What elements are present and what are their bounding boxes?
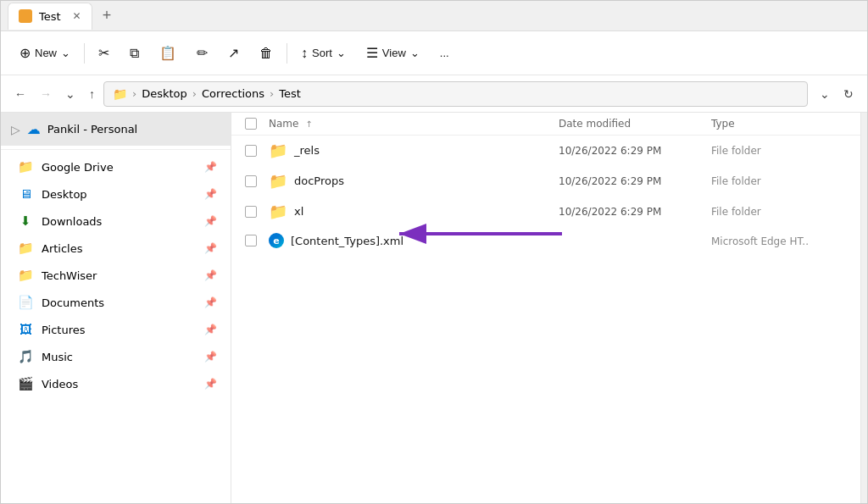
folder-icon-docprops: 📁 bbox=[269, 172, 287, 190]
active-tab[interactable]: Test ✕ bbox=[8, 3, 92, 30]
table-row[interactable]: e [Content_Types].xml Microsoft Edge HT.… bbox=[231, 227, 860, 255]
view-button[interactable]: ☰ View ⌄ bbox=[358, 38, 428, 69]
tab-close-button[interactable]: ✕ bbox=[73, 10, 81, 22]
folder-icon-rels: 📁 bbox=[269, 141, 287, 159]
forward-button[interactable]: → bbox=[35, 82, 57, 106]
downloads-icon: ⬇ bbox=[18, 213, 33, 229]
back-button[interactable]: ← bbox=[9, 82, 31, 106]
main-layout: ▷ ☁ Pankil - Personal 📁 Google Drive 📌 🖥… bbox=[1, 113, 867, 504]
copy-button[interactable]: ⧉ bbox=[121, 38, 147, 69]
up-button[interactable]: ↑ bbox=[84, 82, 100, 106]
delete-button[interactable]: 🗑 bbox=[251, 38, 281, 69]
sidebar-item-google-drive[interactable]: 📁 Google Drive 📌 bbox=[1, 153, 231, 180]
sidebar-divider-1 bbox=[1, 149, 231, 150]
sidebar-item-articles[interactable]: 📁 Articles 📌 bbox=[1, 235, 231, 262]
type-rels: File folder bbox=[711, 145, 761, 157]
sidebar-label-techwiser: TechWiser bbox=[42, 269, 196, 282]
type-xl: File folder bbox=[711, 206, 761, 218]
breadcrumb-desktop[interactable]: Desktop bbox=[142, 87, 187, 100]
sidebar-account-header[interactable]: ▷ ☁ Pankil - Personal bbox=[1, 113, 231, 146]
rename-button[interactable]: ✏ bbox=[188, 38, 216, 69]
breadcrumb-test[interactable]: Test bbox=[279, 87, 301, 100]
breadcrumb-sep-3: › bbox=[270, 87, 274, 100]
filename-docprops: docProps bbox=[294, 174, 344, 187]
new-label: New bbox=[35, 47, 57, 59]
row-checkbox-docprops[interactable] bbox=[245, 175, 257, 187]
pin-icon-downloads: 📌 bbox=[204, 215, 217, 227]
pin-icon-desktop: 📌 bbox=[204, 188, 217, 200]
pin-icon-techwiser: 📌 bbox=[204, 269, 217, 281]
sidebar: ▷ ☁ Pankil - Personal 📁 Google Drive 📌 🖥… bbox=[1, 113, 231, 504]
refresh-button[interactable]: ↻ bbox=[838, 82, 859, 106]
table-row[interactable]: 📁 xl 10/26/2022 6:29 PM File folder bbox=[231, 197, 860, 227]
sidebar-item-desktop[interactable]: 🖥 Desktop 📌 bbox=[1, 180, 231, 208]
sort-chevron-icon: ⌄ bbox=[337, 47, 346, 59]
new-tab-button[interactable]: + bbox=[96, 3, 119, 28]
filename-rels: _rels bbox=[294, 144, 320, 157]
toolbar: ⊕ New ⌄ ✂ ⧉ 📋 ✏ ↗ 🗑 ↕ Sort ⌄ ☰ View ⌄ ..… bbox=[1, 31, 867, 75]
paste-icon: 📋 bbox=[159, 45, 176, 61]
col-type-label: Type bbox=[711, 118, 735, 130]
new-chevron-icon: ⌄ bbox=[61, 47, 70, 59]
cloud-icon: ☁ bbox=[27, 121, 41, 137]
folder-icon-xl: 📁 bbox=[269, 202, 287, 220]
sidebar-item-documents[interactable]: 📄 Documents 📌 bbox=[1, 289, 231, 316]
sidebar-item-music[interactable]: 🎵 Music 📌 bbox=[1, 343, 231, 370]
sidebar-label-documents: Documents bbox=[42, 296, 196, 309]
address-right: ⌄ ↻ bbox=[815, 82, 859, 106]
new-button[interactable]: ⊕ New ⌄ bbox=[11, 38, 79, 69]
table-row[interactable]: 📁 docProps 10/26/2022 6:29 PM File folde… bbox=[231, 166, 860, 197]
row-checkbox-xl[interactable] bbox=[245, 206, 257, 218]
nav-bar: ← → ⌄ ↑ 📁 › Desktop › Corrections › Test… bbox=[1, 75, 867, 113]
address-dropdown-button[interactable]: ⌄ bbox=[815, 82, 835, 106]
copy-icon: ⧉ bbox=[130, 46, 139, 61]
pin-icon-articles: 📌 bbox=[204, 242, 217, 254]
breadcrumb-sep-2: › bbox=[192, 87, 197, 100]
filename-xl: xl bbox=[294, 205, 303, 218]
sidebar-item-videos[interactable]: 🎬 Videos 📌 bbox=[1, 370, 231, 397]
more-button[interactable]: ... bbox=[431, 38, 458, 69]
edge-icon-contenttypes: e bbox=[269, 233, 284, 248]
header-name-col[interactable]: Name ↑ bbox=[269, 118, 559, 130]
tab-title: Test bbox=[39, 10, 61, 23]
cut-button[interactable]: ✂ bbox=[90, 38, 118, 69]
paste-button[interactable]: 📋 bbox=[151, 38, 185, 69]
sidebar-item-downloads[interactable]: ⬇ Downloads 📌 bbox=[1, 208, 231, 235]
header-type-col[interactable]: Type bbox=[711, 118, 847, 130]
date-docprops: 10/26/2022 6:29 PM bbox=[559, 175, 661, 187]
sidebar-item-techwiser[interactable]: 📁 TechWiser 📌 bbox=[1, 262, 231, 289]
sort-label: Sort bbox=[312, 47, 332, 59]
breadcrumb-corrections[interactable]: Corrections bbox=[202, 87, 264, 100]
google-drive-icon: 📁 bbox=[18, 159, 33, 174]
documents-icon: 📄 bbox=[18, 295, 33, 310]
type-contenttypes: Microsoft Edge HT.. bbox=[711, 235, 809, 247]
recent-locations-button[interactable]: ⌄ bbox=[60, 82, 81, 106]
row-checkbox-rels[interactable] bbox=[245, 145, 257, 157]
header-check-col bbox=[245, 118, 269, 130]
sidebar-item-pictures[interactable]: 🖼 Pictures 📌 bbox=[1, 316, 231, 343]
address-folder-icon: 📁 bbox=[113, 87, 127, 101]
account-name-label: Pankil - Personal bbox=[47, 123, 137, 136]
cut-icon: ✂ bbox=[98, 45, 109, 61]
rename-icon: ✏ bbox=[197, 45, 208, 61]
view-label: View bbox=[382, 47, 406, 59]
select-all-checkbox[interactable] bbox=[245, 118, 257, 130]
header-date-col[interactable]: Date modified bbox=[559, 118, 711, 130]
sidebar-label-videos: Videos bbox=[42, 378, 196, 390]
filename-contenttypes: [Content_Types].xml bbox=[291, 235, 403, 247]
sort-button[interactable]: ↕ Sort ⌄ bbox=[292, 38, 354, 69]
pin-icon-pictures: 📌 bbox=[204, 324, 217, 335]
pictures-icon: 🖼 bbox=[18, 322, 33, 337]
sort-icon: ↕ bbox=[301, 46, 308, 61]
col-name-label: Name bbox=[269, 118, 298, 130]
sort-ascending-icon: ↑ bbox=[305, 119, 312, 129]
row-checkbox-contenttypes[interactable] bbox=[245, 235, 257, 246]
address-bar[interactable]: 📁 › Desktop › Corrections › Test bbox=[103, 81, 808, 107]
content-area: Name ↑ Date modified Type 📁 _rels 10/26/… bbox=[231, 113, 860, 504]
share-button[interactable]: ↗ bbox=[220, 38, 248, 69]
toolbar-divider-2 bbox=[287, 43, 287, 64]
view-icon: ☰ bbox=[366, 45, 378, 61]
table-row[interactable]: 📁 _rels 10/26/2022 6:29 PM File folder bbox=[231, 136, 860, 166]
music-icon: 🎵 bbox=[18, 349, 33, 364]
toolbar-divider-1 bbox=[84, 43, 85, 64]
